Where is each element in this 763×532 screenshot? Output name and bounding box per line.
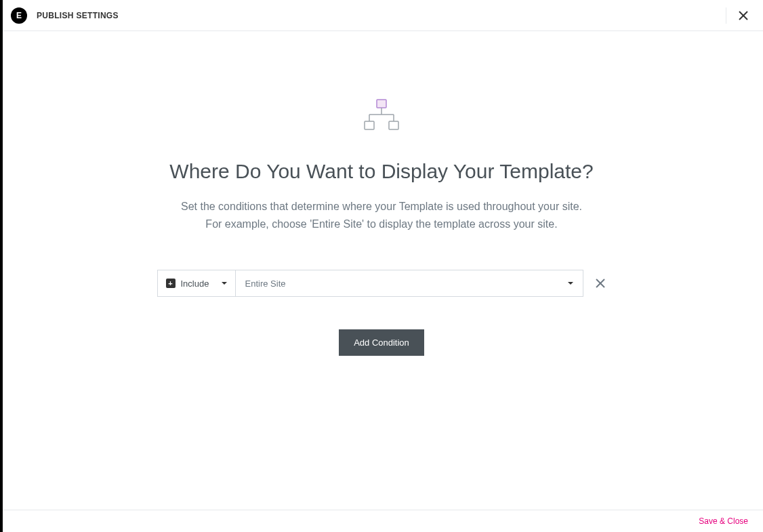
main-content: Where Do You Want to Display Your Templa… <box>0 31 763 356</box>
sitemap-icon <box>364 99 399 133</box>
main-description: Set the conditions that determine where … <box>181 198 582 232</box>
svg-rect-4 <box>389 121 398 129</box>
header-divider <box>726 7 726 24</box>
page-title: PUBLISH SETTINGS <box>37 11 119 20</box>
footer: Save & Close <box>3 510 763 532</box>
description-line-1: Set the conditions that determine where … <box>181 198 582 216</box>
include-left: + Include <box>166 279 209 289</box>
plus-icon: + <box>166 279 176 288</box>
add-condition-button[interactable]: Add Condition <box>339 329 424 356</box>
main-heading: Where Do You Want to Display Your Templa… <box>169 160 593 183</box>
close-icon <box>595 278 606 289</box>
chevron-down-icon <box>568 282 573 285</box>
condition-type-label: Include <box>181 279 209 289</box>
condition-type-select[interactable]: + Include <box>157 270 236 297</box>
close-icon <box>737 9 749 22</box>
description-line-2: For example, choose 'Entire Site' to dis… <box>181 216 582 233</box>
svg-rect-3 <box>365 121 374 129</box>
header-right <box>726 7 749 24</box>
condition-scope-label: Entire Site <box>245 279 286 289</box>
header-left: E PUBLISH SETTINGS <box>11 7 119 24</box>
condition-row: + Include Entire Site <box>157 270 606 297</box>
close-button[interactable] <box>737 9 749 22</box>
left-edge-bar <box>0 0 3 532</box>
logo-letter: E <box>16 11 22 20</box>
header: E PUBLISH SETTINGS <box>0 0 763 31</box>
condition-scope-select[interactable]: Entire Site <box>236 270 583 297</box>
remove-condition-button[interactable] <box>594 277 606 289</box>
svg-rect-2 <box>377 100 386 108</box>
elementor-logo-icon: E <box>11 7 27 24</box>
save-close-button[interactable]: Save & Close <box>699 516 748 526</box>
chevron-down-icon <box>222 282 227 285</box>
